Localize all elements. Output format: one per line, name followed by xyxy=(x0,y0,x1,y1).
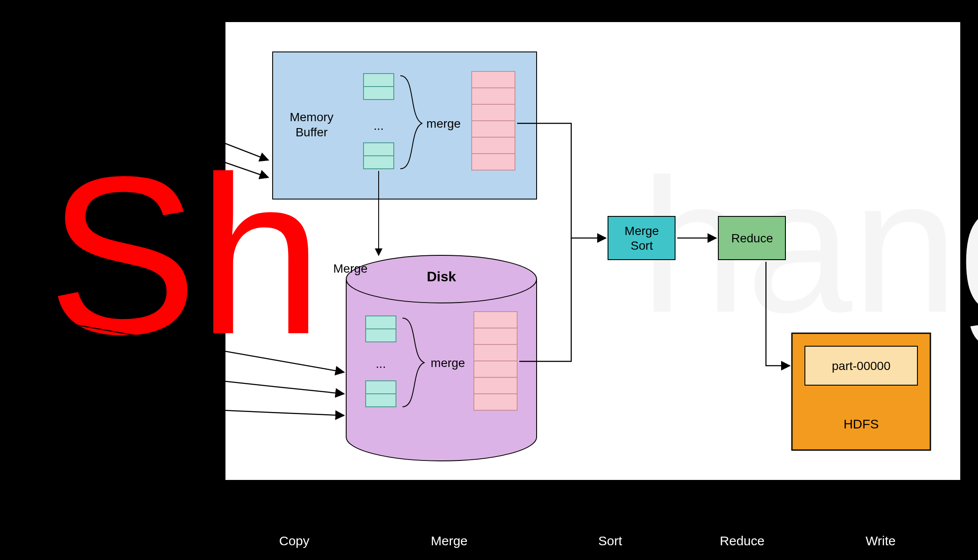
svg-rect-8 xyxy=(472,121,515,137)
disk-merge-label: merge xyxy=(431,356,465,370)
phase-merge: Merge xyxy=(431,534,467,548)
svg-rect-21 xyxy=(474,394,517,410)
svg-rect-2 xyxy=(364,87,394,100)
merge-sort-line2: Sort xyxy=(631,239,653,252)
svg-rect-13 xyxy=(366,329,396,342)
phase-sort: Sort xyxy=(598,534,622,548)
svg-rect-3 xyxy=(364,143,394,156)
svg-rect-5 xyxy=(472,71,515,88)
svg-rect-19 xyxy=(474,361,517,377)
svg-rect-17 xyxy=(474,328,517,344)
svg-rect-7 xyxy=(472,104,515,121)
memory-buffer-box: Memory Buffer ... merge xyxy=(273,52,537,199)
hdfs-label: HDFS xyxy=(843,417,879,431)
side-merge-label: Merge xyxy=(333,262,367,275)
svg-rect-1 xyxy=(364,74,394,87)
memory-label-2: Buffer xyxy=(296,126,328,139)
mem-pink-stack xyxy=(472,71,515,170)
phase-copy: Copy xyxy=(279,534,309,548)
phase-braces xyxy=(229,489,959,509)
svg-rect-12 xyxy=(366,316,396,329)
svg-rect-15 xyxy=(366,394,396,407)
disk-cylinder: Disk ... merge xyxy=(346,255,537,461)
mem-merge-label: merge xyxy=(426,117,460,130)
svg-rect-16 xyxy=(474,312,517,328)
phase-reduce: Reduce xyxy=(720,534,764,548)
svg-rect-4 xyxy=(364,156,394,169)
svg-rect-9 xyxy=(472,137,515,154)
reduce-box: Reduce xyxy=(718,216,785,260)
svg-rect-18 xyxy=(474,344,517,361)
disk-pink-stack xyxy=(474,312,517,410)
svg-rect-10 xyxy=(472,154,515,170)
hdfs-box: part-00000 HDFS xyxy=(792,333,930,450)
merge-sort-line1: Merge xyxy=(624,224,659,238)
svg-rect-22 xyxy=(608,216,675,260)
disk-title: Disk xyxy=(427,269,456,284)
memory-label-1: Memory xyxy=(290,110,333,124)
svg-rect-14 xyxy=(366,381,396,394)
watermark-faint: hang xyxy=(640,139,978,353)
disk-ellipsis: ... xyxy=(376,357,386,370)
mem-ellipsis: ... xyxy=(373,119,383,132)
reduce-label: Reduce xyxy=(731,232,773,245)
svg-rect-20 xyxy=(474,377,517,394)
merge-sort-box: Merge Sort xyxy=(608,216,675,260)
phase-write: Write xyxy=(865,534,895,548)
svg-rect-6 xyxy=(472,88,515,104)
part-label: part-00000 xyxy=(832,359,890,373)
